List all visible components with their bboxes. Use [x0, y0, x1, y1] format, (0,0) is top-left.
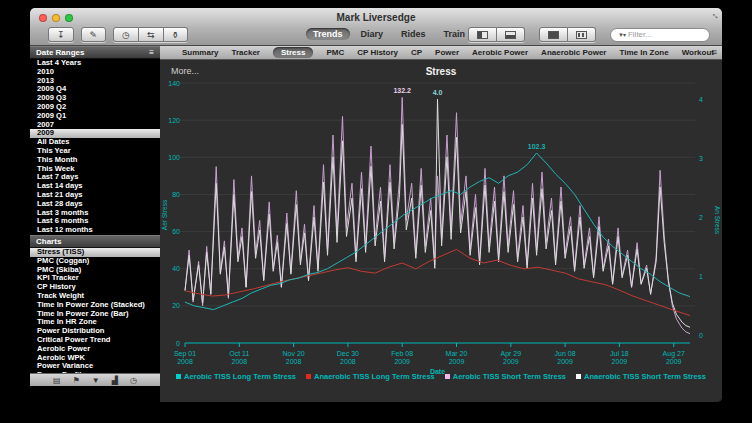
- chart-item-power-distribution[interactable]: Power Distribution: [30, 327, 160, 336]
- svg-text:100: 100: [168, 154, 180, 161]
- trash-button[interactable]: ⚱: [164, 27, 189, 42]
- chart-item-kpi-tracker[interactable]: KPI Tracker: [30, 274, 160, 283]
- date-ranges-header: Date Ranges ≡: [30, 46, 160, 59]
- chart-item-time-in-power-zone-bar-[interactable]: Time In Power Zone (Bar): [30, 310, 160, 319]
- chart-tab-summary[interactable]: Summary: [182, 48, 218, 57]
- chart-item-track-weight[interactable]: Track Weight: [30, 292, 160, 301]
- chart-tab-power[interactable]: Power: [435, 48, 459, 57]
- stress-chart[interactable]: 02040608010012014001234Sep 012008Oct 112…: [160, 60, 722, 402]
- filter-input[interactable]: ▼▾ Filter...: [610, 28, 710, 42]
- svg-text:40: 40: [172, 265, 180, 272]
- bookmark-icon[interactable]: ⚑: [73, 376, 80, 385]
- svg-text:102.3: 102.3: [528, 143, 546, 150]
- svg-text:4: 4: [699, 96, 703, 103]
- sidebar-panel-icon: [477, 31, 488, 39]
- chart-tab-time-in-zone[interactable]: Time In Zone: [619, 48, 668, 57]
- chart-panel: 02040608010012014001234Sep 012008Oct 112…: [160, 60, 722, 402]
- legend-label: Aerobic TISS Long Term Stress: [184, 372, 296, 381]
- svg-text:4.0: 4.0: [433, 89, 443, 96]
- legend-item: Aerobic TISS Short Term Stress: [445, 372, 566, 381]
- chart-tab-pmc[interactable]: PMC: [326, 48, 344, 57]
- date-range-2009-q2[interactable]: 2009 Q2: [30, 103, 160, 112]
- date-range-2007[interactable]: 2007: [30, 121, 160, 130]
- chart-item-pmc-skiba-[interactable]: PMC (Skiba): [30, 266, 160, 275]
- date-range-last-28-days[interactable]: Last 28 days: [30, 200, 160, 209]
- chart-tab-workout[interactable]: Workout: [682, 48, 714, 57]
- date-range-2009-q4[interactable]: 2009 Q4: [30, 85, 160, 94]
- svg-text:20: 20: [172, 302, 180, 309]
- split-view-button[interactable]: ⇆: [139, 27, 164, 42]
- svg-text:Aer Stress: Aer Stress: [161, 199, 168, 230]
- chart-item-critical-power-trend[interactable]: Critical Power Trend: [30, 336, 160, 345]
- menu-icon[interactable]: ≡: [149, 48, 154, 57]
- chart-item-time-in-power-zone-stacked-[interactable]: Time In Power Zone (Stacked): [30, 301, 160, 310]
- bottom-panel-icon: [505, 31, 516, 39]
- main-tab-rides[interactable]: Rides: [394, 28, 433, 40]
- date-range-last-6-months[interactable]: Last 6 months: [30, 217, 160, 226]
- main-tab-diary[interactable]: Diary: [354, 28, 391, 40]
- chart-item-power-variance[interactable]: Power Variance: [30, 362, 160, 371]
- date-ranges-list: Last 4 Years201020132009 Q42009 Q32009 Q…: [30, 59, 160, 235]
- chart-tab-aerobic-power[interactable]: Aerobic Power: [472, 48, 528, 57]
- legend-item: Anaerobic TISS Short Term Stress: [576, 372, 706, 381]
- date-range-last-21-days[interactable]: Last 21 days: [30, 191, 160, 200]
- sidebar-footer-toolbar: ▤⚑▼▟◷: [30, 373, 160, 386]
- svg-text:Aug 27: Aug 27: [663, 350, 685, 358]
- chart-item-cp-history[interactable]: CP History: [30, 283, 160, 292]
- date-range-last-7-days[interactable]: Last 7 days: [30, 173, 160, 182]
- chart-item-aerobic-power[interactable]: Aerobic Power: [30, 345, 160, 354]
- svg-text:132.2: 132.2: [393, 87, 411, 94]
- svg-text:2008: 2008: [232, 358, 248, 365]
- compose-button[interactable]: ✎: [81, 27, 107, 42]
- svg-text:Sep 01: Sep 01: [174, 350, 196, 358]
- date-range-2009-q1[interactable]: 2009 Q1: [30, 112, 160, 121]
- chart-item-time-in-hr-zone[interactable]: Time In HR Zone: [30, 318, 160, 327]
- svg-text:2009: 2009: [612, 358, 628, 365]
- chart-title: Stress: [160, 66, 722, 77]
- svg-text:0: 0: [176, 340, 180, 347]
- date-range-this-year[interactable]: This Year: [30, 147, 160, 156]
- tiled-view-button[interactable]: [539, 27, 568, 42]
- chart-tab-cp-history[interactable]: CP History: [357, 48, 398, 57]
- toggle-sidebar-button[interactable]: [468, 27, 497, 42]
- date-range-last-3-months[interactable]: Last 3 months: [30, 209, 160, 218]
- stats-icon[interactable]: ▟: [112, 376, 118, 385]
- chart-legend: Aerobic TISS Long Term StressAnaerobic T…: [160, 372, 722, 381]
- chart-tab-cp[interactable]: CP: [411, 48, 422, 57]
- charts-header: Charts: [30, 235, 160, 248]
- chart-tabs-menu-icon[interactable]: ≡: [712, 47, 717, 57]
- list-view-button[interactable]: [568, 27, 596, 42]
- chart-item-pmc-coggan-[interactable]: PMC (Coggan): [30, 257, 160, 266]
- filter-icon[interactable]: ▼: [92, 376, 100, 385]
- svg-text:80: 80: [172, 191, 180, 198]
- chart-tab-tracker[interactable]: Tracker: [231, 48, 259, 57]
- legend-label: Aerobic TISS Short Term Stress: [453, 372, 566, 381]
- date-range-last-12-months[interactable]: Last 12 months: [30, 226, 160, 235]
- date-range-2009-q3[interactable]: 2009 Q3: [30, 94, 160, 103]
- chart-tab-anaerobic-power[interactable]: Anaerobic Power: [541, 48, 606, 57]
- main-tab-trends[interactable]: Trends: [306, 28, 350, 40]
- date-range-last-14-days[interactable]: Last 14 days: [30, 182, 160, 191]
- svg-text:120: 120: [168, 117, 180, 124]
- legend-swatch-icon: [445, 374, 450, 379]
- main-tab-train[interactable]: Train: [437, 28, 473, 40]
- clock-icon[interactable]: ◷: [130, 376, 137, 385]
- compose-icon: ✎: [90, 30, 98, 40]
- date-range-2010[interactable]: 2010: [30, 68, 160, 77]
- panel-icon[interactable]: ▤: [53, 376, 61, 385]
- date-range-2009[interactable]: 2009: [30, 129, 160, 138]
- import-button[interactable]: ↧: [48, 27, 74, 42]
- date-range-this-week[interactable]: This Week: [30, 165, 160, 174]
- stopwatch-button[interactable]: ◷: [113, 27, 139, 42]
- chart-tab-stress[interactable]: Stress: [273, 47, 313, 58]
- date-range-all-dates[interactable]: All Dates: [30, 138, 160, 147]
- date-range-last-4-years[interactable]: Last 4 Years: [30, 59, 160, 68]
- charts-list: Stress (TISS)PMC (Coggan)PMC (Skiba)KPI …: [30, 248, 160, 380]
- date-range-2013[interactable]: 2013: [30, 77, 160, 86]
- legend-swatch-icon: [576, 374, 581, 379]
- chart-item-stress-tiss-[interactable]: Stress (TISS): [30, 248, 160, 257]
- chart-item-aerobic-wpk[interactable]: Aerobic WPK: [30, 354, 160, 363]
- toggle-bottombar-button[interactable]: [497, 27, 525, 42]
- window-title: Mark Liversedge: [30, 12, 722, 23]
- date-range-this-month[interactable]: This Month: [30, 156, 160, 165]
